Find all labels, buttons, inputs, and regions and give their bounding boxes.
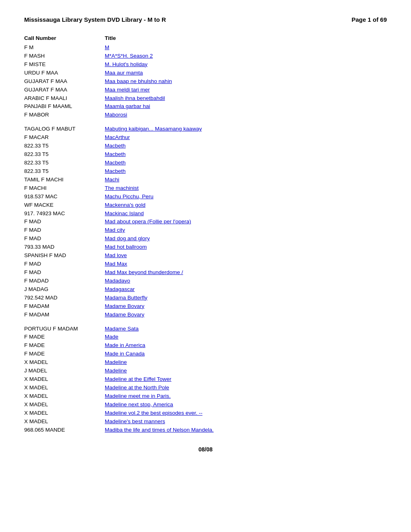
title-cell[interactable]: Macbeth [105, 150, 126, 159]
title-link[interactable]: Madeline at the Eiffel Tower [105, 376, 171, 382]
title-link[interactable]: The machinist [105, 185, 139, 191]
title-cell[interactable]: Machu Picchu, Peru [105, 193, 154, 201]
title-cell[interactable]: MacArthur [105, 133, 130, 142]
title-link[interactable]: Machu Picchu, Peru [105, 193, 154, 200]
title-cell[interactable]: Macbeth [105, 142, 126, 150]
title-link[interactable]: Mad about opera (Follie per l'opera) [105, 218, 191, 224]
title-cell[interactable]: M [105, 44, 109, 52]
call-number: F MAD [24, 235, 105, 243]
title-link[interactable]: Madeline at the North Pole [105, 384, 169, 391]
title-link[interactable]: Maborosi [105, 112, 127, 118]
title-link[interactable]: M. Hulot's holiday [105, 61, 147, 67]
table-row: F MADMad city [24, 226, 387, 235]
title-link[interactable]: Mad Max [105, 261, 127, 267]
title-cell[interactable]: Madadayo [105, 277, 130, 285]
title-cell[interactable]: Mackinac Island [105, 210, 144, 218]
title-cell[interactable]: Mabuting kaibigan... Masamang kaaway [105, 125, 202, 133]
title-cell[interactable]: Madame Bovary [105, 302, 144, 311]
title-link[interactable]: Mackenna's gold [105, 202, 145, 208]
title-cell[interactable]: Macbeth [105, 167, 126, 176]
title-link[interactable]: Madame Sata [105, 326, 139, 332]
title-link[interactable]: Mad hot ballroom [105, 244, 147, 250]
title-cell[interactable]: Madeline next stop, America [105, 401, 173, 409]
title-link[interactable]: Madeline [105, 368, 127, 374]
title-cell[interactable]: Mad dog and glory [105, 235, 150, 243]
title-link[interactable]: M*A*S*H. Season 2 [105, 53, 153, 59]
title-cell[interactable]: Mad love [105, 251, 127, 260]
title-link[interactable]: Mad Max beyond thunderdome / [105, 269, 183, 275]
title-link[interactable]: Mad love [105, 252, 127, 258]
table-row: 917. 74923 MACMackinac Island [24, 210, 387, 218]
title-cell[interactable]: M. Hulot's holiday [105, 60, 147, 69]
title-cell[interactable]: The machinist [105, 184, 139, 193]
title-cell[interactable]: Madeline at the North Pole [105, 384, 169, 392]
title-cell[interactable]: Madeline [105, 358, 127, 367]
title-link[interactable]: Maalish ihna benetbahdil [105, 95, 165, 101]
title-cell[interactable]: Maalish ihna benetbahdil [105, 94, 165, 103]
title-cell[interactable]: Mad Max beyond thunderdome / [105, 268, 183, 277]
title-cell[interactable]: Machi [105, 176, 119, 184]
title-cell[interactable]: Madiba the life and times of Nelson Mand… [105, 426, 214, 434]
title-cell[interactable]: Maa meldi tari mer [105, 86, 150, 94]
title-cell[interactable]: Made in Canada [105, 350, 145, 358]
title-link[interactable]: Maa baap ne bhulsho nahin [105, 78, 172, 84]
title-cell[interactable]: M*A*S*H. Season 2 [105, 52, 153, 60]
title-cell[interactable]: Madagascar [105, 285, 135, 294]
title-link[interactable]: Mad city [105, 227, 125, 233]
title-cell[interactable]: Macbeth [105, 159, 126, 167]
title-cell[interactable]: Madame Bovary [105, 311, 144, 319]
title-link[interactable]: Made in America [105, 342, 145, 348]
title-link[interactable]: Madeline's best manners [105, 418, 165, 424]
table-row: F MACHIThe machinist [24, 184, 387, 193]
title-cell[interactable]: Made in America [105, 341, 145, 350]
columns-header: Call Number Title [24, 35, 387, 41]
title-link[interactable]: Macbeth [105, 160, 126, 166]
title-link[interactable]: Made in Canada [105, 351, 145, 357]
title-link[interactable]: Macbeth [105, 143, 126, 149]
title-cell[interactable]: Madeline meet me in Paris. [105, 392, 171, 401]
title-cell[interactable]: Maamla garbar hai [105, 102, 150, 111]
title-link[interactable]: Madadayo [105, 278, 130, 284]
title-link[interactable]: Madagascar [105, 286, 135, 292]
title-link[interactable]: MacArthur [105, 134, 130, 140]
title-cell[interactable]: Maa baap ne bhulsho nahin [105, 77, 172, 86]
title-cell[interactable]: Mad city [105, 226, 125, 235]
title-cell[interactable]: Madeline at the Eiffel Tower [105, 375, 171, 384]
title-link[interactable]: Madeline next stop, America [105, 401, 173, 407]
call-number: X MADEL [24, 358, 105, 367]
title-link[interactable]: Mabuting kaibigan... Masamang kaaway [105, 126, 202, 132]
table-row: F MADAMMadame Bovary [24, 302, 387, 311]
title-cell[interactable]: Made [105, 333, 118, 341]
title-link[interactable]: Mackinac Island [105, 210, 144, 216]
title-cell[interactable]: Madeline vol.2 the best episodes ever. -… [105, 409, 202, 418]
title-link[interactable]: Maa meldi tari mer [105, 87, 150, 93]
title-cell[interactable]: Madeline's best manners [105, 418, 165, 426]
title-link[interactable]: Macbeth [105, 168, 126, 174]
title-cell[interactable]: Maborosi [105, 111, 127, 119]
title-link[interactable]: M [105, 44, 109, 50]
title-cell[interactable]: Mackenna's gold [105, 201, 145, 210]
title-link[interactable]: Madeline [105, 359, 127, 365]
title-link[interactable]: Madeline meet me in Paris. [105, 393, 171, 399]
title-cell[interactable]: Mad about opera (Follie per l'opera) [105, 218, 191, 226]
title-link[interactable]: Madame Bovary [105, 303, 144, 309]
title-link[interactable]: Madeline vol.2 the best episodes ever. -… [105, 410, 202, 416]
title-link[interactable]: Madiba the life and times of Nelson Mand… [105, 427, 214, 433]
col-title-header: Title [105, 35, 116, 41]
title-link[interactable]: Madama Butterfly [105, 295, 147, 301]
title-cell[interactable]: Madama Butterfly [105, 294, 147, 302]
title-link[interactable]: Macbeth [105, 151, 126, 157]
title-link[interactable]: Madame Bovary [105, 312, 144, 318]
title-cell[interactable]: Madame Sata [105, 325, 139, 333]
title-cell[interactable]: Maa aur mamta [105, 69, 143, 77]
title-link[interactable]: Maa aur mamta [105, 70, 143, 76]
title-link[interactable]: Maamla garbar hai [105, 103, 150, 109]
title-cell[interactable]: Mad Max [105, 260, 127, 268]
title-link[interactable]: Made [105, 334, 118, 340]
call-number: 792.542 MAD [24, 294, 105, 302]
call-number: WF MACKE [24, 201, 105, 210]
title-cell[interactable]: Mad hot ballroom [105, 243, 147, 251]
title-link[interactable]: Machi [105, 177, 119, 183]
title-link[interactable]: Mad dog and glory [105, 235, 150, 241]
title-cell[interactable]: Madeline [105, 367, 127, 375]
